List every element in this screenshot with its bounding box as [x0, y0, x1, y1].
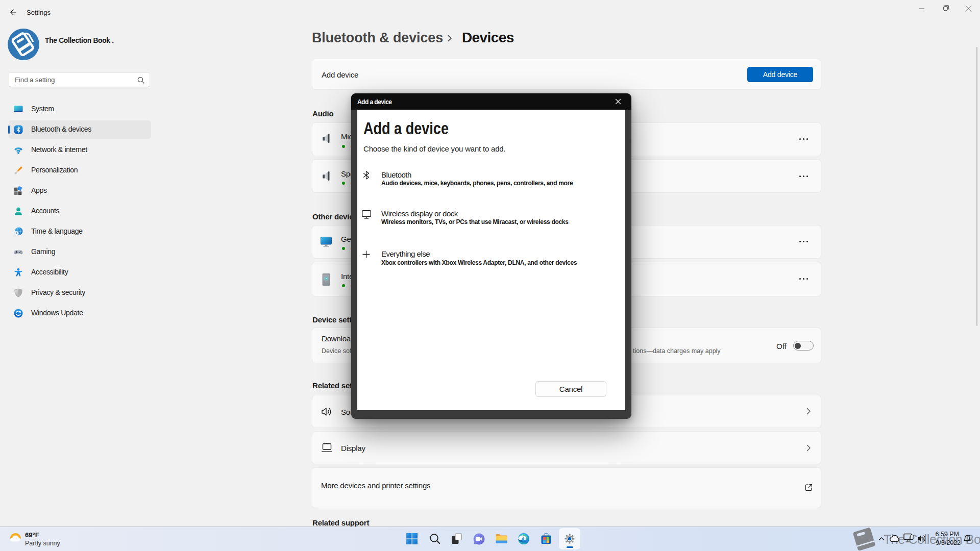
svg-text:z: z — [968, 534, 970, 538]
